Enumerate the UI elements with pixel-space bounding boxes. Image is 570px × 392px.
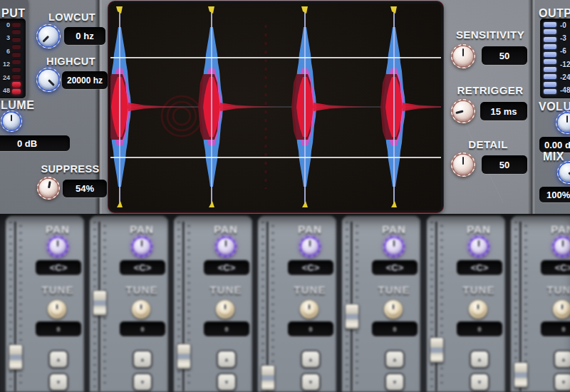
input-volume-knob[interactable] — [1, 110, 22, 132]
pan-value[interactable]: <C> — [541, 260, 570, 275]
tune-down-button[interactable]: ▼ — [301, 373, 321, 391]
mix-value[interactable]: 100% — [539, 187, 570, 202]
meter-segment — [12, 52, 21, 57]
pan-value[interactable]: <C> — [36, 260, 81, 275]
tune-up-button[interactable]: ▲ — [217, 350, 237, 368]
pan-value[interactable]: <C> — [204, 260, 249, 275]
retrigger-value[interactable]: 15 ms — [480, 102, 527, 120]
tune-down-button[interactable]: ▼ — [554, 373, 570, 391]
channel-strips: PAN <C> TUNE 0 ▲ ▼ PAN <C> TUNE 0 ▲ ▼ PA… — [0, 214, 570, 392]
lowcut-knob[interactable] — [36, 24, 61, 48]
tune-value[interactable]: 0 — [36, 321, 81, 336]
sensitivity-label: SENSITIVITY — [447, 29, 533, 41]
lowcut-value[interactable]: 0 hz — [64, 27, 105, 45]
pan-knob[interactable] — [47, 236, 68, 257]
tune-knob[interactable] — [300, 300, 318, 319]
sensitivity-knob[interactable] — [451, 44, 475, 68]
pan-knob[interactable] — [299, 236, 321, 257]
channel-strip: PAN <C> TUNE 0 ▲ ▼ — [342, 216, 420, 392]
tune-knob[interactable] — [553, 300, 570, 319]
meter-segment — [544, 82, 556, 87]
fader-handle[interactable] — [345, 304, 359, 329]
pan-value[interactable]: <C> — [120, 260, 165, 275]
meter-segment — [12, 89, 21, 94]
meter-scale-label: -0 — [560, 22, 570, 29]
upper-panel: PUT 036122448 LUME 0 dB LOWCUT 0 hz HIGH… — [0, 0, 570, 214]
pan-knob[interactable] — [215, 236, 237, 257]
fader-handle[interactable] — [430, 337, 444, 363]
meter-segment — [544, 44, 556, 49]
tune-value[interactable]: 0 — [457, 321, 502, 336]
pan-knob[interactable] — [552, 236, 570, 257]
pan-value[interactable]: <C> — [372, 260, 418, 275]
pan-knob[interactable] — [383, 236, 405, 257]
tune-value[interactable]: 0 — [120, 321, 165, 336]
suppress-knob[interactable] — [37, 177, 60, 200]
pan-value[interactable]: <C> — [288, 260, 333, 275]
tune-up-button[interactable]: ▲ — [133, 350, 152, 368]
fader-ticks-right — [440, 225, 443, 389]
tune-knob[interactable] — [216, 300, 234, 319]
tune-value[interactable]: 0 — [372, 321, 418, 336]
fader-handle[interactable] — [261, 365, 275, 391]
meter-scale-label: -48 — [560, 87, 570, 94]
input-volume-value[interactable]: 0 dB — [0, 135, 70, 151]
input-volume-label: LUME — [1, 99, 34, 112]
meter-scale-label: -6 — [560, 48, 570, 55]
tune-down-button[interactable]: ▼ — [217, 373, 237, 391]
tune-up-button[interactable]: ▲ — [554, 350, 570, 368]
tune-knob[interactable] — [384, 300, 403, 319]
down-arrow-icon: ▼ — [56, 379, 61, 386]
retrigger-knob[interactable] — [451, 99, 475, 123]
detail-knob[interactable] — [451, 153, 475, 177]
meter-segment — [12, 74, 21, 79]
meter-scale-label: -12 — [560, 61, 570, 68]
pan-value[interactable]: <C> — [457, 260, 502, 275]
meter-segment — [544, 37, 556, 42]
lowcut-label: LOWCUT — [44, 11, 100, 23]
highcut-value[interactable]: 20000 hz — [62, 71, 108, 89]
meter-scale-label: 6 — [6, 48, 10, 55]
tune-knob[interactable] — [132, 300, 150, 319]
meter-segment — [12, 67, 21, 72]
pan-knob[interactable] — [131, 236, 152, 257]
up-arrow-icon: ▲ — [224, 356, 229, 363]
down-arrow-icon: ▼ — [561, 379, 566, 386]
waveform-svg — [110, 4, 441, 210]
tune-down-button[interactable]: ▼ — [470, 373, 489, 391]
tune-up-button[interactable]: ▲ — [470, 350, 489, 368]
tune-value[interactable]: 0 — [204, 321, 249, 336]
tune-knob[interactable] — [469, 300, 487, 319]
fader-handle[interactable] — [514, 362, 528, 388]
detail-label: DETAIL — [463, 138, 513, 150]
mix-label: MIX — [543, 150, 564, 163]
pan-label: PAN — [103, 223, 181, 235]
meter-segment — [544, 52, 556, 57]
up-arrow-icon: ▲ — [561, 356, 566, 363]
pan-knob[interactable] — [468, 236, 489, 257]
highcut-knob[interactable] — [36, 68, 61, 92]
output-meter-scale: -0-3-6-12-24-48 — [560, 22, 570, 94]
tune-value[interactable]: 0 — [541, 321, 570, 336]
tune-down-button[interactable]: ▼ — [385, 373, 405, 391]
pan-label: PAN — [271, 223, 349, 235]
sensitivity-value[interactable]: 50 — [482, 46, 527, 65]
tune-down-button[interactable]: ▼ — [133, 373, 152, 391]
suppress-value[interactable]: 54% — [63, 180, 107, 197]
tune-up-button[interactable]: ▲ — [385, 350, 405, 368]
fader-handle[interactable] — [177, 344, 191, 369]
fader-track[interactable] — [435, 222, 437, 391]
highcut-label: HIGHCUT — [41, 56, 101, 67]
input-meter-leds — [12, 22, 24, 94]
meter-segment — [544, 67, 556, 72]
tune-down-button[interactable]: ▼ — [48, 373, 68, 391]
meter-segment — [544, 74, 556, 79]
tune-value[interactable]: 0 — [288, 321, 333, 336]
meter-scale-label: 12 — [3, 61, 10, 68]
fader-handle[interactable] — [9, 344, 23, 370]
tune-up-button[interactable]: ▲ — [301, 350, 321, 368]
tune-up-button[interactable]: ▲ — [48, 350, 68, 368]
detail-value[interactable]: 50 — [482, 155, 527, 174]
channel-strip: PAN <C> TUNE 0 ▲ ▼ — [6, 216, 84, 392]
tune-knob[interactable] — [48, 300, 66, 319]
